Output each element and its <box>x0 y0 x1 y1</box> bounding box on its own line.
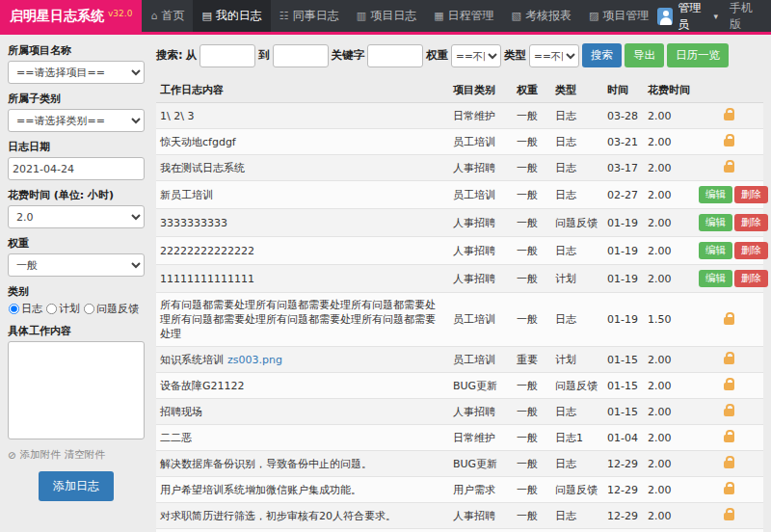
search-button[interactable]: 搜索 <box>582 43 622 67</box>
lock-icon <box>724 317 734 325</box>
nav-item-project-logs[interactable]: ▥项目日志 <box>348 0 425 32</box>
search-bar: 搜索: 从 到 关键字 权重 ==不限== 类型 ==不限== 搜索 导出 日历… <box>156 43 763 67</box>
delete-button[interactable]: 删除 <box>734 186 768 203</box>
log-cost-cell: 2.00 <box>644 103 694 129</box>
lock-icon <box>724 487 734 494</box>
search-type-label: 类型 <box>504 48 526 63</box>
log-actions-cell <box>694 503 763 529</box>
calendar-view-button[interactable]: 日历一览 <box>667 43 729 67</box>
log-type-cell: 日志 <box>551 503 603 529</box>
nav-item-label: 项目日志 <box>370 8 416 24</box>
nav-item-home[interactable]: ⌂首页 <box>142 0 193 32</box>
date-to-input[interactable] <box>273 44 329 67</box>
log-type-cell: 日志 <box>551 529 603 532</box>
log-date-cell: 01-19 <box>603 265 644 293</box>
log-category-cell: 员工培训 <box>449 129 513 155</box>
weight-select[interactable]: 一般 <box>8 253 145 277</box>
nav-item-project-mgmt[interactable]: ▨项目管理 <box>580 0 657 32</box>
log-weight-cell: 一般 <box>513 373 551 399</box>
header-cost: 花费时间 <box>644 78 694 103</box>
log-actions-cell <box>694 529 763 532</box>
log-content-cell: 新员工培训 <box>156 181 449 209</box>
attachment-link[interactable]: zs003.png <box>227 354 282 366</box>
delete-button[interactable]: 删除 <box>734 214 768 231</box>
log-actions-cell <box>694 425 763 451</box>
search-weight-select[interactable]: ==不限== <box>451 44 501 67</box>
keyword-input[interactable] <box>367 44 423 67</box>
nav-item-reports[interactable]: ▧考核报表 <box>503 0 580 32</box>
log-cost-cell: 2.00 <box>644 451 694 477</box>
edit-button[interactable]: 编辑 <box>699 242 732 259</box>
log-type-cell: 日志 <box>551 155 603 181</box>
nav-item-label: 同事日志 <box>293 8 339 24</box>
category-option-feedback[interactable]: 问题反馈 <box>83 302 139 316</box>
from-label: 从 <box>186 48 198 63</box>
nav-item-colleague-logs[interactable]: ☷同事日志 <box>271 0 348 32</box>
edit-button[interactable]: 编辑 <box>699 214 732 231</box>
category-radio-log[interactable] <box>9 304 19 314</box>
nav-item-schedule[interactable]: ▦日程管理 <box>425 0 502 32</box>
nav-item-label: 项目管理 <box>602 8 649 24</box>
log-date-cell: 03-17 <box>603 155 644 181</box>
log-type-cell: 日志 <box>551 293 603 347</box>
log-weight-cell: 一般 <box>513 399 551 425</box>
table-row: 1\ 2\ 3 日常维护 一般 日志 03-28 2.00 <box>156 103 763 129</box>
log-category-cell: 人事招聘 <box>449 155 513 181</box>
work-content-textarea[interactable] <box>8 341 145 439</box>
log-actions-cell <box>694 103 763 129</box>
lock-icon <box>724 357 734 364</box>
log-type-cell: 日志 <box>551 181 603 209</box>
date-from-input[interactable] <box>199 44 255 67</box>
category-radio-feedback[interactable] <box>84 304 94 314</box>
edit-button[interactable]: 编辑 <box>699 186 732 203</box>
log-type-cell: 日志1 <box>551 425 603 451</box>
mobile-version-link[interactable]: 手机版 <box>730 0 761 33</box>
log-cost-cell: 2.00 <box>644 181 694 209</box>
log-content-cell: 惊天动地cfgdgf <box>156 129 449 155</box>
header-type: 类型 <box>551 78 603 103</box>
top-navbar: 启明星日志系统 v32.0 ⌂首页▤我的日志☷同事日志▥项目日志▦日程管理▧考核… <box>0 0 771 35</box>
project-select[interactable]: ==请选择项目== <box>8 61 145 84</box>
log-content-cell: 22222222222222 <box>156 237 449 265</box>
log-content-cell: 招聘现场 <box>156 399 449 425</box>
add-attachment-link[interactable]: 添加附件 <box>20 448 61 462</box>
category-option-plan[interactable]: 计划 <box>45 302 80 316</box>
cost-select[interactable]: 2.0 <box>8 205 145 228</box>
brand-version: v32.0 <box>108 9 132 18</box>
log-cost-cell: 2.00 <box>644 237 694 265</box>
subcategory-select[interactable]: ==请选择类别== <box>8 109 145 132</box>
log-cost-cell: 2.00 <box>644 129 694 155</box>
log-weight-cell: 一般 <box>513 181 551 209</box>
search-type-select[interactable]: ==不限== <box>529 44 579 67</box>
log-category-cell: 用户需求 <box>449 477 513 503</box>
log-category-cell: 员工培训 <box>449 293 513 347</box>
edit-button[interactable]: 编辑 <box>699 270 732 287</box>
log-cost-cell: 2.00 <box>644 503 694 529</box>
log-weight-cell: 一般 <box>513 503 551 529</box>
add-log-form: 所属项目名称 ==请选择项目== 所属子类别 ==请选择类别== 日志日期 花费… <box>8 43 145 520</box>
report-icon: ▧ <box>512 10 521 22</box>
user-menu[interactable]: 管理员 ▾ <box>657 0 718 33</box>
avatar <box>657 8 673 25</box>
category-option-log[interactable]: 日志 <box>8 302 42 316</box>
delete-button[interactable]: 删除 <box>734 270 768 287</box>
log-type-cell: 日志 <box>551 103 603 129</box>
log-category-cell: 人事招聘 <box>449 237 513 265</box>
log-cost-cell: 2.00 <box>644 265 694 293</box>
category-radio-plan[interactable] <box>46 304 57 314</box>
category-radio-group: 日志 计划 问题反馈 <box>8 302 145 316</box>
delete-button[interactable]: 删除 <box>734 242 768 259</box>
log-content-cell: 设备故障G21122 <box>156 373 449 399</box>
log-category-cell: 人事招聘 <box>449 209 513 237</box>
cost-label: 花费时间 (单位: 小时) <box>8 188 145 202</box>
add-log-button[interactable]: 添加日志 <box>39 471 114 501</box>
clear-attachment-link[interactable]: 清空附件 <box>65 448 105 462</box>
log-actions-cell <box>694 129 763 155</box>
nav-item-my-logs[interactable]: ▤我的日志 <box>193 0 270 32</box>
log-date-cell: 01-15 <box>603 399 644 425</box>
log-date-input[interactable] <box>8 157 145 180</box>
export-button[interactable]: 导出 <box>625 43 664 67</box>
home-icon: ⌂ <box>150 10 157 22</box>
nav-menu: ⌂首页▤我的日志☷同事日志▥项目日志▦日程管理▧考核报表▨项目管理 <box>142 0 657 32</box>
log-category-cell: 员工培训 <box>449 347 513 373</box>
